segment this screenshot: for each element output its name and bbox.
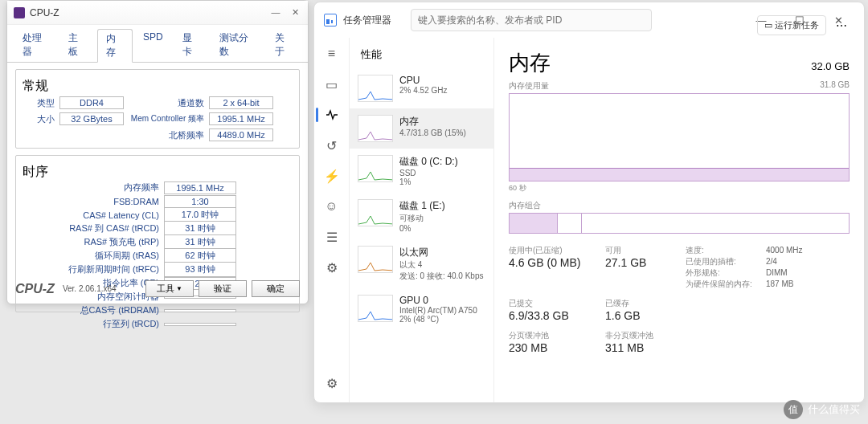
stat-value: 230 MB [509,341,605,354]
sparkline [358,75,393,102]
nav-startup-icon[interactable]: ⚡ [324,168,340,184]
stat-value: 4.6 GB (0 MB) [509,256,605,269]
memory-composition[interactable] [509,213,850,234]
nav-processes-icon[interactable]: ▭ [324,76,340,92]
nav-users-icon[interactable]: ☺ [324,198,340,214]
perf-card[interactable]: 磁盘 1 (E:)可移动0% [350,193,493,239]
stat-value: 1.6 GB [605,309,686,322]
sparkline [358,199,393,226]
timing-value: 1995.1 MHz [164,181,236,194]
taskmgr-title: 任务管理器 [343,14,391,27]
sparkline [358,246,393,273]
stat-label: 可用 [605,245,686,256]
perf-card[interactable]: GPU 0Intel(R) Arc(TM) A7502% (48 °C) [350,288,493,330]
memory-meta: 速度:4000 MHz 已使用的插槽:2/4 外形规格:DIMM 为硬件保留的内… [686,245,850,290]
timing-label: 行刷新周期时间 (tRFC) [23,263,159,275]
tab-mainboard[interactable]: 主板 [59,28,95,62]
card-title: CPU [399,75,447,86]
more-button[interactable]: ⋯ [833,19,851,32]
lbl-nb: 北桥频率 [124,129,204,141]
taskmgr-icon [324,14,337,26]
tab-cpu[interactable]: 处理器 [14,28,58,62]
val-size: 32 GBytes [59,112,124,125]
tools-button[interactable]: 工具▼ [145,280,194,297]
val-nb: 4489.0 MHz [209,128,273,141]
stat-label: 已缓存 [605,298,686,309]
stat-value: 27.1 GB [605,256,686,269]
timing-label: 内存频率 [23,181,159,194]
timing-label: 行至列 (tRCD) [23,318,159,330]
lbl-channels: 通道数 [140,97,204,109]
close-button[interactable]: ✕ [289,7,301,18]
perf-card[interactable]: CPU2% 4.52 GHz [350,68,493,108]
card-title: 磁盘 0 (C: D:) [399,155,458,169]
lbl-mc: Mem Controller 频率 [124,113,204,124]
card-title: GPU 0 [399,295,477,306]
perf-list: 性能 CPU2% 4.52 GHz内存4.7/31.8 GB (15%)磁盘 0… [350,38,494,402]
memory-title: 内存 [509,49,551,77]
legend-general: 常规 [23,78,293,95]
taskmgr-nav: ≡ ▭ ↺ ⚡ ☺ ☰ ⚙ ⚙ [314,38,350,402]
stat-label: 已提交 [509,298,605,309]
lbl-size: 大小 [23,113,55,125]
card-sub2: 发送: 0 接收: 40.0 Kbps [399,271,484,282]
memory-graph[interactable] [509,93,850,181]
sparkline [358,155,393,182]
nav-services-icon[interactable]: ⚙ [324,259,340,275]
timing-value [164,309,236,312]
stat-label: 使用中(已压缩) [509,245,605,256]
ok-button[interactable]: 确定 [252,280,300,297]
card-sub2: 1% [399,177,458,186]
tab-memory[interactable]: 内存 [97,29,133,63]
timing-label: RAS# 到 CAS# (tRCD) [23,222,159,234]
stat-label: 分页缓冲池 [509,330,605,341]
card-title: 磁盘 1 (E:) [399,199,445,213]
cpuz-brand: CPU-Z [15,282,55,296]
cpuz-footer: CPU-Z Ver. 2.06.1.x64 工具▼ 验证 确定 [15,280,300,297]
timing-label: 总CAS号 (tRDRAM) [23,304,159,316]
watermark-icon: 值 [784,400,803,419]
cpuz-tabs: 处理器 主板 内存 SPD 显卡 测试分数 关于 [7,25,308,63]
card-title: 以太网 [399,246,484,259]
card-sub2: 0% [399,224,445,233]
section-title: 性能 [361,47,382,62]
timing-value [164,323,236,326]
card-sub: Intel(R) Arc(TM) A750 [399,306,477,315]
nav-settings-icon[interactable]: ⚙ [324,375,340,391]
cpuz-window: CPU-Z — ✕ 处理器 主板 内存 SPD 显卡 测试分数 关于 常规 类型… [6,0,309,304]
val-channels: 2 x 64-bit [209,96,273,109]
timing-value: 1:30 [164,195,236,208]
perf-card[interactable]: 以太网以太 4发送: 0 接收: 40.0 Kbps [350,239,493,288]
cpuz-version: Ver. 2.06.1.x64 [63,284,117,293]
card-sub2: 2% (48 °C) [399,315,477,324]
tab-graphics[interactable]: 显卡 [174,28,209,62]
minimize-button[interactable]: — [269,7,282,18]
timing-label: RAS# 预充电 (tRP) [23,236,159,248]
tab-spd[interactable]: SPD [134,28,172,62]
search-input[interactable] [411,9,652,31]
timing-value: 93 时钟 [164,262,236,277]
nav-menu-icon[interactable]: ≡ [324,46,340,62]
nav-performance-icon[interactable] [324,107,340,123]
usage-label: 内存使用量 [509,80,549,92]
perf-card[interactable]: 内存4.7/31.8 GB (15%) [350,108,493,149]
stat-value: 6.9/33.8 GB [509,309,605,322]
nav-history-icon[interactable]: ↺ [324,137,340,153]
memory-panel: ▭ 运行新任务 ⋯ 内存 32.0 GB 内存使用量 31.8 GB 60 秒 … [494,38,864,402]
stat-value: 311 MB [605,341,686,354]
memory-total: 32.0 GB [811,60,850,72]
tab-bench[interactable]: 测试分数 [211,28,264,62]
legend-timings: 时序 [23,164,293,181]
usage-max: 31.8 GB [820,80,850,92]
verify-button[interactable]: 验证 [199,280,247,297]
card-sub: 以太 4 [399,259,484,271]
tab-about[interactable]: 关于 [266,28,301,62]
perf-card[interactable]: 磁盘 0 (C: D:)SSD1% [350,149,493,193]
cpuz-titlebar[interactable]: CPU-Z — ✕ [7,1,308,25]
val-mc: 1995.1 MHz [209,112,273,125]
nav-details-icon[interactable]: ☰ [324,229,340,245]
sparkline [358,115,393,142]
stat-label: 非分页缓冲池 [605,330,686,341]
watermark: 值 什么值得买 [784,400,860,419]
run-new-task-button[interactable]: ▭ 运行新任务 [757,15,826,35]
